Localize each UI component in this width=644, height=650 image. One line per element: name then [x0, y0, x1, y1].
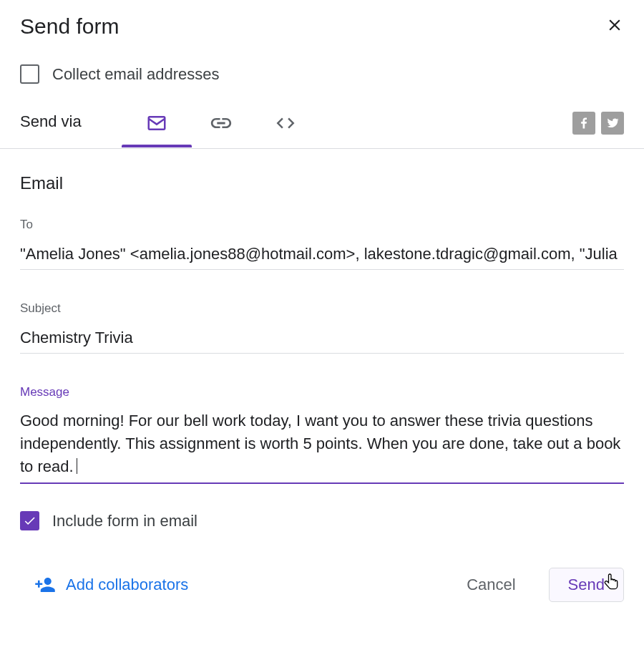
collect-emails-label: Collect email addresses — [52, 65, 220, 84]
include-form-label: Include form in email — [52, 512, 197, 530]
send-via-label: Send via — [20, 114, 82, 145]
message-input[interactable]: Good morning! For our bell work today, I… — [20, 409, 624, 484]
twitter-icon — [605, 116, 620, 130]
embed-icon — [275, 112, 296, 134]
link-icon — [209, 111, 233, 135]
email-section-title: Email — [20, 173, 624, 193]
close-button[interactable] — [605, 16, 624, 37]
close-icon — [605, 16, 624, 34]
tab-link[interactable] — [189, 111, 253, 148]
cancel-button[interactable]: Cancel — [451, 568, 531, 601]
to-input[interactable] — [20, 242, 624, 270]
check-icon — [23, 514, 36, 528]
facebook-icon — [577, 116, 591, 130]
send-button[interactable]: Send — [549, 568, 624, 602]
subject-label: Subject — [20, 301, 624, 316]
text-caret — [77, 458, 78, 474]
mail-icon — [146, 112, 167, 134]
add-collaborators-button[interactable]: Add collaborators — [20, 574, 188, 596]
subject-input[interactable] — [20, 326, 624, 354]
send-button-label: Send — [568, 576, 605, 593]
tab-embed[interactable] — [253, 112, 318, 147]
message-label: Message — [20, 385, 624, 399]
share-twitter-button[interactable] — [601, 112, 624, 135]
add-collaborators-label: Add collaborators — [66, 576, 188, 594]
include-form-checkbox[interactable] — [20, 511, 39, 530]
message-text: Good morning! For our bell work today, I… — [20, 412, 620, 475]
collect-emails-checkbox[interactable] — [20, 64, 39, 84]
cursor-pointer-icon — [603, 573, 620, 597]
dialog-title: Send form — [20, 14, 119, 39]
tab-email[interactable] — [125, 112, 189, 147]
person-add-icon — [34, 574, 56, 596]
to-label: To — [20, 218, 624, 232]
share-facebook-button[interactable] — [572, 112, 595, 135]
